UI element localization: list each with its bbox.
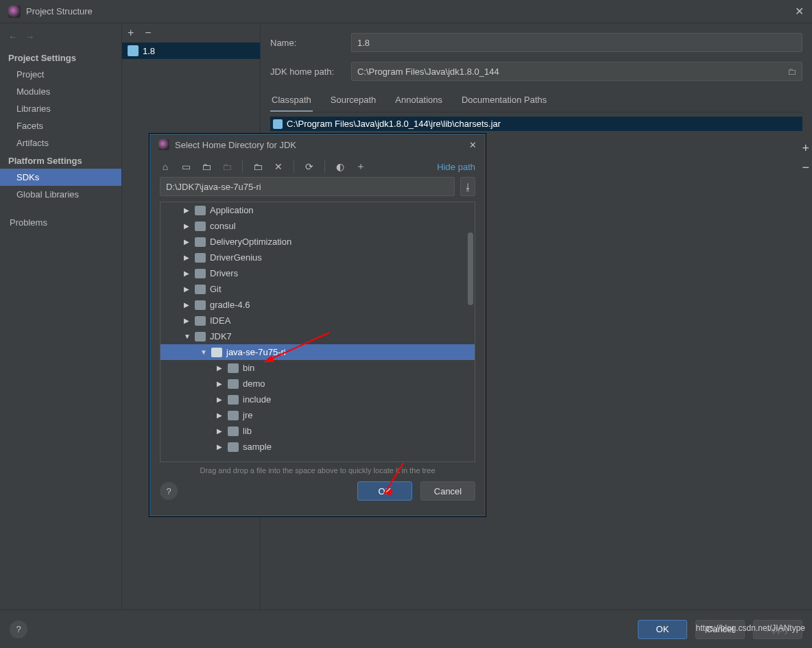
tree-node[interactable]: ▶DriverGenius [160,250,475,265]
home-path-field[interactable]: C:\Program Files\Java\jdk1.8.0_144 🗀 [351,62,802,81]
tree-node[interactable]: ▶DeliveryOptimization [160,234,475,250]
tree-node[interactable]: ▼java-se-7u75-ri [160,344,475,360]
tree-node[interactable]: ▶bin [160,360,475,376]
folder-icon [195,285,206,294]
remove-sdk-button[interactable]: − [145,27,151,39]
collapsed-icon[interactable]: ▶ [217,411,224,419]
tree-node-label: lib [243,426,252,436]
hide-path-link[interactable]: Hide path [437,162,475,172]
tree-node[interactable]: ▶include [160,392,475,407]
project-folder-icon[interactable]: 🗀 [201,161,212,172]
classpath-jar-item[interactable]: C:\Program Files\Java\jdk1.8.0_144\jre\l… [270,117,802,131]
collapsed-icon[interactable]: ▶ [184,222,191,230]
dialog-ok-button[interactable]: OK [357,481,412,501]
download-icon[interactable]: ⭳ [460,177,475,196]
select-jdk-home-dialog: Select Home Directory for JDK ✕ ⌂ ▭ 🗀 🗀 … [150,134,486,516]
desktop-icon[interactable]: ▭ [180,161,191,172]
tree-node-label: consul [210,221,236,231]
sidebar-item-libraries[interactable]: Libraries [0,100,121,117]
tree-node[interactable]: ▶Application [160,202,475,218]
collapsed-icon[interactable]: ▶ [184,238,191,245]
tree-node-label: Drivers [210,268,238,278]
close-icon[interactable]: ✕ [795,5,804,18]
tree-node[interactable]: ▶Drivers [160,265,475,281]
tree-node-label: Application [210,205,254,215]
sdk-icon [128,45,139,56]
show-hidden-icon[interactable]: ◐ [335,161,346,172]
tab-sourcepath[interactable]: Sourcepath [329,91,378,112]
dialog-title: Select Home Directory for JDK [175,140,296,150]
folder-icon [211,348,222,357]
jar-icon [273,119,283,129]
nav-forward-icon[interactable]: → [25,32,34,42]
app-logo-icon [8,5,21,18]
folder-icon [195,253,206,263]
name-label: Name: [270,38,339,48]
expanded-icon[interactable]: ▼ [184,333,191,340]
module-folder-icon[interactable]: 🗀 [222,161,232,172]
folder-icon [195,332,206,341]
sdk-list-item[interactable]: 1.8 [122,43,260,59]
dragdrop-hint: Drag and drop a file into the space abov… [150,462,485,481]
tree-node-label: Git [210,284,222,294]
new-folder-icon[interactable]: 🗀 [252,161,263,172]
tree-node[interactable]: ▶sample [160,439,475,455]
tab-documentation[interactable]: Documentation Paths [460,91,548,112]
tree-scrollbar[interactable] [468,232,473,305]
sidebar-item-global-libraries[interactable]: Global Libraries [0,186,121,203]
refresh-icon[interactable]: ⟳ [304,161,315,172]
sidebar-item-sdks[interactable]: SDKs [0,169,121,186]
tree-node[interactable]: ▶demo [160,376,475,392]
nav-back-icon[interactable]: ← [8,32,17,42]
tree-node-label: java-se-7u75-ri [226,347,286,357]
tree-node[interactable]: ▶consul [160,218,475,234]
folder-icon [228,411,239,420]
window-titlebar: Project Structure ✕ [0,0,812,23]
dialog-cancel-button[interactable]: Cancel [420,481,475,501]
dialog-close-icon[interactable]: ✕ [469,140,477,150]
home-icon[interactable]: ⌂ [160,161,171,172]
collapsed-icon[interactable]: ▶ [184,317,191,324]
collapsed-icon[interactable]: ▶ [217,443,224,451]
sidebar-item-project[interactable]: Project [0,66,121,83]
classpath-add-button[interactable]: + [802,141,809,156]
ok-button[interactable]: OK [638,620,687,639]
sidebar-item-modules[interactable]: Modules [0,83,121,100]
collapsed-icon[interactable]: ▶ [184,206,191,214]
tab-annotations[interactable]: Annotations [394,91,444,112]
delete-icon[interactable]: ✕ [273,161,284,172]
tab-classpath[interactable]: Classpath [270,91,313,112]
add-new-icon[interactable]: ＋ [355,160,366,173]
collapsed-icon[interactable]: ▶ [184,285,191,293]
collapsed-icon[interactable]: ▶ [184,269,191,277]
sidebar-item-artifacts[interactable]: Artifacts [0,134,121,152]
expanded-icon[interactable]: ▼ [200,348,207,356]
name-field[interactable]: 1.8 [351,33,802,52]
watermark-text: https://blog.csdn.net/JIANtype [696,623,805,633]
collapsed-icon[interactable]: ▶ [184,254,191,261]
tree-node[interactable]: ▼JDK7 [160,328,475,344]
tree-node[interactable]: ▶jre [160,407,475,423]
tree-node-label: bin [243,363,254,373]
tree-node[interactable]: ▶gradle-4.6 [160,297,475,313]
help-button[interactable]: ? [10,621,27,638]
tree-node[interactable]: ▶IDEA [160,313,475,328]
collapsed-icon[interactable]: ▶ [217,427,224,435]
folder-icon [195,221,206,231]
tree-node[interactable]: ▶lib [160,423,475,439]
add-sdk-button[interactable]: + [128,27,134,39]
dialog-help-button[interactable]: ? [160,482,178,500]
classpath-remove-button[interactable]: − [802,160,809,175]
collapsed-icon[interactable]: ▶ [217,380,224,387]
collapsed-icon[interactable]: ▶ [217,396,224,403]
tree-node[interactable]: ▶Git [160,281,475,297]
collapsed-icon[interactable]: ▶ [217,364,224,372]
folder-icon [228,395,239,405]
sidebar-item-problems[interactable]: Problems [0,214,121,231]
directory-tree[interactable]: ▶Application▶consul▶DeliveryOptimization… [160,202,475,462]
collapsed-icon[interactable]: ▶ [184,301,191,309]
browse-folder-icon[interactable]: 🗀 [787,67,796,77]
path-input[interactable]: D:\JDK7\java-se-7u75-ri [160,177,455,196]
folder-icon [195,316,206,326]
sidebar-item-facets[interactable]: Facets [0,117,121,134]
